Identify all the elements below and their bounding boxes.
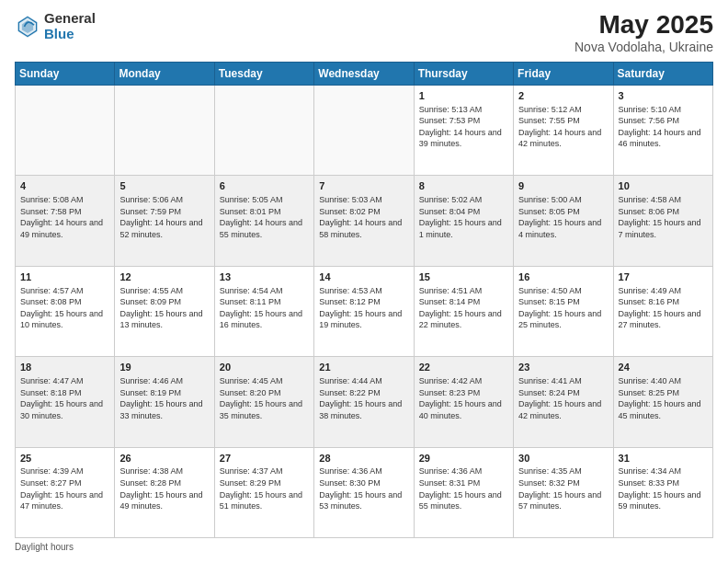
day-info: Sunrise: 4:57 AMSunset: 8:08 PMDaylight:… [20, 285, 109, 331]
day-cell-1-5: 9Sunrise: 5:00 AMSunset: 8:05 PMDaylight… [514, 176, 613, 266]
day-info: Sunrise: 5:03 AMSunset: 8:02 PMDaylight:… [319, 194, 408, 240]
page-subtitle: Nova Vodolaha, Ukraine [574, 40, 713, 54]
day-number: 1 [419, 89, 508, 103]
day-info: Sunrise: 5:00 AMSunset: 8:05 PMDaylight:… [518, 194, 608, 240]
day-cell-1-6: 10Sunrise: 4:58 AMSunset: 8:06 PMDayligh… [613, 176, 712, 266]
day-number: 10 [619, 179, 708, 193]
day-number: 28 [319, 452, 408, 465]
day-number: 17 [619, 270, 708, 284]
week-row-2: 4Sunrise: 5:08 AMSunset: 7:58 PMDaylight… [16, 176, 713, 266]
day-info: Sunrise: 5:12 AMSunset: 7:55 PMDaylight:… [518, 104, 608, 150]
day-info: Sunrise: 5:13 AMSunset: 7:53 PMDaylight:… [419, 104, 508, 150]
day-cell-2-3: 14Sunrise: 4:53 AMSunset: 8:12 PMDayligh… [314, 266, 414, 356]
day-info: Sunrise: 4:40 AMSunset: 8:25 PMDaylight:… [619, 375, 708, 421]
day-cell-0-0 [16, 85, 115, 175]
day-info: Sunrise: 4:36 AMSunset: 8:31 PMDaylight:… [419, 465, 508, 511]
col-thursday: Thursday [414, 62, 513, 85]
day-info: Sunrise: 4:36 AMSunset: 8:30 PMDaylight:… [319, 465, 408, 511]
title-block: May 2025 Nova Vodolaha, Ukraine [574, 11, 713, 54]
day-cell-2-4: 15Sunrise: 4:51 AMSunset: 8:14 PMDayligh… [414, 266, 513, 356]
calendar-table: Sunday Monday Tuesday Wednesday Thursday… [15, 62, 713, 538]
day-info: Sunrise: 5:06 AMSunset: 7:59 PMDaylight:… [119, 194, 209, 240]
header: General Blue May 2025 Nova Vodolaha, Ukr… [15, 11, 713, 54]
day-cell-4-6: 31Sunrise: 4:34 AMSunset: 8:33 PMDayligh… [613, 447, 712, 537]
calendar-header: Sunday Monday Tuesday Wednesday Thursday… [16, 62, 713, 85]
day-cell-4-1: 26Sunrise: 4:38 AMSunset: 8:28 PMDayligh… [115, 447, 214, 537]
day-number: 8 [419, 179, 508, 193]
header-row: Sunday Monday Tuesday Wednesday Thursday… [16, 62, 713, 85]
day-info: Sunrise: 5:02 AMSunset: 8:04 PMDaylight:… [419, 194, 508, 240]
day-info: Sunrise: 5:10 AMSunset: 7:56 PMDaylight:… [619, 104, 708, 150]
day-number: 19 [119, 361, 209, 374]
day-number: 21 [319, 361, 408, 374]
day-info: Sunrise: 4:42 AMSunset: 8:23 PMDaylight:… [419, 375, 508, 421]
day-cell-1-4: 8Sunrise: 5:02 AMSunset: 8:04 PMDaylight… [414, 176, 513, 266]
day-cell-4-3: 28Sunrise: 4:36 AMSunset: 8:30 PMDayligh… [314, 447, 414, 537]
day-info: Sunrise: 4:39 AMSunset: 8:27 PMDaylight:… [20, 465, 109, 511]
day-info: Sunrise: 4:49 AMSunset: 8:16 PMDaylight:… [619, 285, 708, 331]
day-number: 27 [220, 452, 309, 465]
day-info: Sunrise: 4:50 AMSunset: 8:15 PMDaylight:… [518, 285, 608, 331]
day-cell-3-2: 20Sunrise: 4:45 AMSunset: 8:20 PMDayligh… [214, 357, 313, 447]
logo-general-text: General [44, 11, 96, 27]
day-cell-4-2: 27Sunrise: 4:37 AMSunset: 8:29 PMDayligh… [214, 447, 313, 537]
day-info: Sunrise: 4:54 AMSunset: 8:11 PMDaylight:… [220, 285, 309, 331]
day-cell-0-3 [314, 85, 414, 175]
day-info: Sunrise: 4:45 AMSunset: 8:20 PMDaylight:… [220, 375, 309, 421]
day-info: Sunrise: 4:47 AMSunset: 8:18 PMDaylight:… [20, 375, 109, 421]
day-cell-2-1: 12Sunrise: 4:55 AMSunset: 8:09 PMDayligh… [115, 266, 214, 356]
day-number: 15 [419, 270, 508, 284]
day-cell-2-6: 17Sunrise: 4:49 AMSunset: 8:16 PMDayligh… [613, 266, 712, 356]
day-number: 4 [20, 179, 109, 193]
col-monday: Monday [115, 62, 214, 85]
day-cell-3-4: 22Sunrise: 4:42 AMSunset: 8:23 PMDayligh… [414, 357, 513, 447]
day-number: 6 [220, 179, 309, 193]
day-cell-0-5: 2Sunrise: 5:12 AMSunset: 7:55 PMDaylight… [514, 85, 613, 175]
week-row-1: 1Sunrise: 5:13 AMSunset: 7:53 PMDaylight… [16, 85, 713, 175]
day-number: 25 [20, 452, 109, 465]
day-number: 2 [518, 89, 608, 103]
day-cell-1-2: 6Sunrise: 5:05 AMSunset: 8:01 PMDaylight… [214, 176, 313, 266]
day-cell-1-1: 5Sunrise: 5:06 AMSunset: 7:59 PMDaylight… [115, 176, 214, 266]
day-number: 14 [319, 270, 408, 284]
day-cell-0-4: 1Sunrise: 5:13 AMSunset: 7:53 PMDaylight… [414, 85, 513, 175]
day-info: Sunrise: 4:53 AMSunset: 8:12 PMDaylight:… [319, 285, 408, 331]
day-info: Sunrise: 4:38 AMSunset: 8:28 PMDaylight:… [119, 465, 209, 511]
week-row-4: 18Sunrise: 4:47 AMSunset: 8:18 PMDayligh… [16, 357, 713, 447]
day-number: 18 [20, 361, 109, 374]
page-title: May 2025 [574, 11, 713, 40]
day-info: Sunrise: 4:35 AMSunset: 8:32 PMDaylight:… [518, 465, 608, 511]
day-cell-2-5: 16Sunrise: 4:50 AMSunset: 8:15 PMDayligh… [514, 266, 613, 356]
day-cell-3-0: 18Sunrise: 4:47 AMSunset: 8:18 PMDayligh… [16, 357, 115, 447]
day-number: 31 [619, 452, 708, 465]
day-info: Sunrise: 4:44 AMSunset: 8:22 PMDaylight:… [319, 375, 408, 421]
day-info: Sunrise: 4:51 AMSunset: 8:14 PMDaylight:… [419, 285, 508, 331]
footer-text: Daylight hours [15, 542, 74, 552]
day-cell-0-1 [115, 85, 214, 175]
col-saturday: Saturday [613, 62, 712, 85]
day-number: 26 [119, 452, 209, 465]
day-number: 24 [619, 361, 708, 374]
day-number: 16 [518, 270, 608, 284]
week-row-3: 11Sunrise: 4:57 AMSunset: 8:08 PMDayligh… [16, 266, 713, 356]
col-friday: Friday [514, 62, 613, 85]
col-sunday: Sunday [16, 62, 115, 85]
day-number: 5 [119, 179, 209, 193]
day-cell-4-0: 25Sunrise: 4:39 AMSunset: 8:27 PMDayligh… [16, 447, 115, 537]
day-number: 23 [518, 361, 608, 374]
day-number: 13 [220, 270, 309, 284]
day-info: Sunrise: 5:05 AMSunset: 8:01 PMDaylight:… [220, 194, 309, 240]
day-cell-3-3: 21Sunrise: 4:44 AMSunset: 8:22 PMDayligh… [314, 357, 414, 447]
day-info: Sunrise: 4:46 AMSunset: 8:19 PMDaylight:… [119, 375, 209, 421]
day-cell-0-2 [214, 85, 313, 175]
day-info: Sunrise: 4:41 AMSunset: 8:24 PMDaylight:… [518, 375, 608, 421]
day-info: Sunrise: 4:58 AMSunset: 8:06 PMDaylight:… [619, 194, 708, 240]
day-number: 22 [419, 361, 508, 374]
day-cell-0-6: 3Sunrise: 5:10 AMSunset: 7:56 PMDaylight… [613, 85, 712, 175]
day-number: 11 [20, 270, 109, 284]
col-wednesday: Wednesday [314, 62, 414, 85]
day-cell-2-2: 13Sunrise: 4:54 AMSunset: 8:11 PMDayligh… [214, 266, 313, 356]
week-row-5: 25Sunrise: 4:39 AMSunset: 8:27 PMDayligh… [16, 447, 713, 537]
day-number: 9 [518, 179, 608, 193]
day-cell-3-1: 19Sunrise: 4:46 AMSunset: 8:19 PMDayligh… [115, 357, 214, 447]
